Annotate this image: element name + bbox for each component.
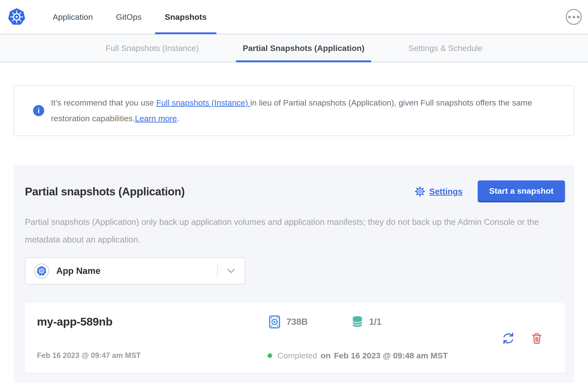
info-icon: i bbox=[33, 105, 44, 116]
snapshot-started-timestamp: Feb 16 2023 @ 09:47 am MST bbox=[37, 351, 268, 362]
status-dot bbox=[268, 353, 272, 358]
app-icon bbox=[34, 263, 49, 278]
kubernetes-logo bbox=[7, 7, 26, 26]
main-nav: Application GitOps Snapshots bbox=[53, 0, 207, 34]
snapshot-size: 738B bbox=[286, 317, 308, 327]
page-title: Partial snapshots (Application) bbox=[25, 185, 185, 198]
page-content: i It’s recommend that you use Full snaps… bbox=[0, 62, 588, 383]
card-header-actions: Settings Start a snapshot bbox=[414, 180, 565, 202]
tab-settings-schedule[interactable]: Settings & Schedule bbox=[408, 34, 482, 62]
start-snapshot-button[interactable]: Start a snapshot bbox=[478, 180, 565, 202]
database-icon bbox=[351, 315, 364, 329]
nav-item-application[interactable]: Application bbox=[53, 0, 93, 34]
snapshot-actions bbox=[501, 315, 551, 362]
settings-link[interactable]: Settings bbox=[414, 186, 463, 197]
gear-icon bbox=[414, 186, 426, 197]
partial-snapshots-card: Partial snapshots (Application) bbox=[14, 165, 574, 383]
info-banner: i It’s recommend that you use Full snaps… bbox=[14, 85, 574, 136]
snapshot-name: my-app-589nb bbox=[37, 315, 268, 328]
volumes-group: 1/1 bbox=[351, 315, 381, 329]
learn-more-link[interactable]: Learn more bbox=[135, 114, 177, 123]
trash-icon[interactable] bbox=[530, 331, 543, 345]
tab-partial-snapshots-application[interactable]: Partial Snapshots (Application) bbox=[243, 34, 364, 62]
full-snapshots-link[interactable]: Full snapshots (Instance) bbox=[156, 98, 250, 107]
tab-full-snapshots-instance[interactable]: Full Snapshots (Instance) bbox=[105, 34, 199, 62]
snapshot-identity: my-app-589nb Feb 16 2023 @ 09:47 am MST bbox=[37, 315, 268, 362]
status-badge: Completed bbox=[277, 351, 317, 360]
disk-icon bbox=[268, 315, 282, 329]
banner-text-1: It’s recommend that you use bbox=[51, 98, 156, 107]
restore-icon[interactable] bbox=[501, 331, 516, 346]
snapshot-details: 738B 1/1 bbox=[268, 315, 501, 362]
app-name-select[interactable]: App Name bbox=[25, 257, 245, 284]
nav-item-snapshots[interactable]: Snapshots bbox=[165, 0, 207, 34]
nav-item-gitops[interactable]: GitOps bbox=[116, 0, 142, 34]
settings-label: Settings bbox=[429, 187, 463, 196]
snapshots-subnav: Full Snapshots (Instance) Partial Snapsh… bbox=[0, 34, 588, 62]
card-description: Partial snapshots (Application) only bac… bbox=[25, 213, 563, 248]
card-header: Partial snapshots (Application) bbox=[25, 180, 565, 202]
snapshot-volumes: 1/1 bbox=[369, 317, 381, 327]
snapshot-status-line: Completed on Feb 16 2023 @ 09:48 am MST bbox=[268, 351, 501, 362]
banner-text: It’s recommend that you use Full snapsho… bbox=[51, 95, 559, 126]
snapshot-row: my-app-589nb Feb 16 2023 @ 09:47 am MST bbox=[25, 303, 565, 373]
banner-text-3: . bbox=[177, 114, 179, 123]
finished-prefix: on bbox=[320, 351, 331, 360]
snapshot-metrics: 738B 1/1 bbox=[268, 315, 501, 329]
ellipsis-icon[interactable] bbox=[566, 9, 582, 25]
top-header: Application GitOps Snapshots bbox=[0, 0, 588, 34]
snapshot-finished-timestamp: Feb 16 2023 @ 09:48 am MST bbox=[334, 351, 448, 360]
chevron-down-icon[interactable] bbox=[218, 266, 245, 276]
app-select-value: App Name bbox=[56, 266, 101, 276]
